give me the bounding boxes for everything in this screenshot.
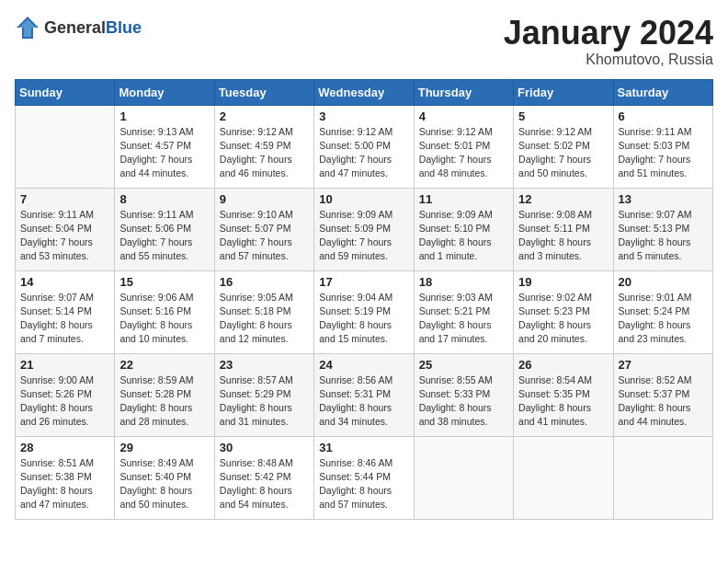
day-info: Sunrise: 9:11 AM Sunset: 5:04 PM Dayligh… (20, 208, 109, 264)
day-number: 17 (319, 275, 408, 289)
day-info: Sunrise: 8:49 AM Sunset: 5:40 PM Dayligh… (119, 456, 209, 512)
day-info: Sunrise: 9:09 AM Sunset: 5:10 PM Dayligh… (419, 208, 508, 264)
calendar-cell: 30Sunrise: 8:48 AM Sunset: 5:42 PM Dayli… (214, 436, 313, 519)
calendar-cell: 21Sunrise: 9:00 AM Sunset: 5:26 PM Dayli… (16, 353, 115, 436)
title-block: January 2024 Khomutovo, Russia (504, 15, 713, 68)
calendar-cell: 27Sunrise: 8:52 AM Sunset: 5:37 PM Dayli… (613, 353, 712, 436)
calendar-cell: 25Sunrise: 8:55 AM Sunset: 5:33 PM Dayli… (414, 353, 513, 436)
day-number: 14 (20, 275, 109, 289)
day-number: 19 (518, 275, 608, 289)
day-info: Sunrise: 8:46 AM Sunset: 5:44 PM Dayligh… (319, 456, 408, 512)
calendar-subtitle: Khomutovo, Russia (504, 52, 713, 68)
calendar-cell: 22Sunrise: 8:59 AM Sunset: 5:28 PM Dayli… (115, 353, 214, 436)
day-number: 10 (319, 192, 408, 206)
calendar-cell: 28Sunrise: 8:51 AM Sunset: 5:38 PM Dayli… (16, 436, 115, 519)
day-info: Sunrise: 9:07 AM Sunset: 5:13 PM Dayligh… (619, 208, 708, 264)
weekday-header-saturday: Saturday (613, 79, 712, 105)
day-info: Sunrise: 9:03 AM Sunset: 5:21 PM Dayligh… (419, 291, 508, 347)
day-number: 2 (220, 109, 309, 123)
calendar-cell (414, 436, 513, 519)
day-number: 22 (119, 358, 209, 372)
calendar-cell: 10Sunrise: 9:09 AM Sunset: 5:09 PM Dayli… (314, 188, 414, 270)
calendar-cell: 17Sunrise: 9:04 AM Sunset: 5:19 PM Dayli… (314, 270, 414, 353)
day-info: Sunrise: 9:01 AM Sunset: 5:24 PM Dayligh… (619, 291, 708, 347)
logo-text-blue: Blue (106, 18, 142, 37)
calendar-cell: 4Sunrise: 9:12 AM Sunset: 5:01 PM Daylig… (414, 105, 513, 188)
day-info: Sunrise: 8:54 AM Sunset: 5:35 PM Dayligh… (518, 373, 608, 430)
calendar-cell: 16Sunrise: 9:05 AM Sunset: 5:18 PM Dayli… (214, 270, 313, 353)
day-number: 25 (419, 358, 508, 372)
day-info: Sunrise: 9:09 AM Sunset: 5:09 PM Dayligh… (319, 208, 408, 264)
weekday-header-sunday: Sunday (16, 79, 115, 105)
day-number: 1 (119, 109, 209, 123)
calendar-cell: 18Sunrise: 9:03 AM Sunset: 5:21 PM Dayli… (414, 270, 513, 353)
logo: GeneralBlue (15, 15, 142, 40)
calendar-cell: 7Sunrise: 9:11 AM Sunset: 5:04 PM Daylig… (16, 188, 115, 270)
day-info: Sunrise: 9:02 AM Sunset: 5:23 PM Dayligh… (518, 291, 608, 347)
calendar-body: 1Sunrise: 9:13 AM Sunset: 4:57 PM Daylig… (16, 105, 713, 519)
weekday-header-thursday: Thursday (414, 79, 513, 105)
calendar-cell: 8Sunrise: 9:11 AM Sunset: 5:06 PM Daylig… (115, 188, 214, 270)
calendar-cell: 12Sunrise: 9:08 AM Sunset: 5:11 PM Dayli… (514, 188, 613, 270)
calendar-cell: 31Sunrise: 8:46 AM Sunset: 5:44 PM Dayli… (314, 436, 414, 519)
day-info: Sunrise: 9:13 AM Sunset: 4:57 PM Dayligh… (119, 125, 209, 181)
day-info: Sunrise: 8:56 AM Sunset: 5:31 PM Dayligh… (319, 373, 408, 430)
day-info: Sunrise: 9:12 AM Sunset: 5:02 PM Dayligh… (518, 125, 608, 181)
day-number: 4 (419, 109, 508, 123)
day-info: Sunrise: 9:00 AM Sunset: 5:26 PM Dayligh… (20, 373, 109, 430)
calendar-cell: 3Sunrise: 9:12 AM Sunset: 5:00 PM Daylig… (314, 105, 414, 188)
day-number: 26 (518, 358, 608, 372)
calendar-header: SundayMondayTuesdayWednesdayThursdayFrid… (16, 79, 713, 105)
day-info: Sunrise: 8:59 AM Sunset: 5:28 PM Dayligh… (119, 373, 209, 430)
day-number: 27 (619, 358, 708, 372)
calendar-cell (613, 436, 712, 519)
day-info: Sunrise: 9:12 AM Sunset: 5:01 PM Dayligh… (419, 125, 508, 181)
calendar-cell: 15Sunrise: 9:06 AM Sunset: 5:16 PM Dayli… (115, 270, 214, 353)
day-number: 5 (518, 109, 608, 123)
calendar-week-row: 28Sunrise: 8:51 AM Sunset: 5:38 PM Dayli… (16, 436, 713, 519)
day-info: Sunrise: 9:11 AM Sunset: 5:03 PM Dayligh… (619, 125, 708, 181)
day-number: 13 (619, 192, 708, 206)
day-number: 6 (619, 109, 708, 123)
calendar-week-row: 21Sunrise: 9:00 AM Sunset: 5:26 PM Dayli… (16, 353, 713, 436)
calendar-cell: 26Sunrise: 8:54 AM Sunset: 5:35 PM Dayli… (514, 353, 613, 436)
calendar-week-row: 1Sunrise: 9:13 AM Sunset: 4:57 PM Daylig… (16, 105, 713, 188)
day-info: Sunrise: 8:51 AM Sunset: 5:38 PM Dayligh… (20, 456, 109, 512)
day-number: 11 (419, 192, 508, 206)
logo-icon (15, 15, 40, 40)
calendar-cell: 20Sunrise: 9:01 AM Sunset: 5:24 PM Dayli… (613, 270, 712, 353)
day-number: 24 (319, 358, 408, 372)
calendar-week-row: 7Sunrise: 9:11 AM Sunset: 5:04 PM Daylig… (16, 188, 713, 270)
weekday-header-tuesday: Tuesday (214, 79, 313, 105)
calendar-cell (16, 105, 115, 188)
day-info: Sunrise: 9:05 AM Sunset: 5:18 PM Dayligh… (220, 291, 309, 347)
day-info: Sunrise: 8:55 AM Sunset: 5:33 PM Dayligh… (419, 373, 508, 430)
day-info: Sunrise: 9:11 AM Sunset: 5:06 PM Dayligh… (119, 208, 209, 264)
day-number: 29 (119, 441, 209, 454)
calendar-cell: 19Sunrise: 9:02 AM Sunset: 5:23 PM Dayli… (514, 270, 613, 353)
calendar-cell: 5Sunrise: 9:12 AM Sunset: 5:02 PM Daylig… (514, 105, 613, 188)
day-info: Sunrise: 9:08 AM Sunset: 5:11 PM Dayligh… (518, 208, 608, 264)
logo-text-general: General (44, 18, 106, 37)
calendar-table: SundayMondayTuesdayWednesdayThursdayFrid… (15, 79, 713, 520)
calendar-week-row: 14Sunrise: 9:07 AM Sunset: 5:14 PM Dayli… (16, 270, 713, 353)
calendar-cell: 29Sunrise: 8:49 AM Sunset: 5:40 PM Dayli… (115, 436, 214, 519)
day-info: Sunrise: 9:12 AM Sunset: 5:00 PM Dayligh… (319, 125, 408, 181)
day-info: Sunrise: 9:07 AM Sunset: 5:14 PM Dayligh… (20, 291, 109, 347)
day-info: Sunrise: 9:10 AM Sunset: 5:07 PM Dayligh… (220, 208, 309, 264)
calendar-cell: 1Sunrise: 9:13 AM Sunset: 4:57 PM Daylig… (115, 105, 214, 188)
day-number: 21 (20, 358, 109, 372)
day-info: Sunrise: 8:48 AM Sunset: 5:42 PM Dayligh… (220, 456, 309, 512)
day-info: Sunrise: 8:57 AM Sunset: 5:29 PM Dayligh… (220, 373, 309, 430)
day-number: 15 (119, 275, 209, 289)
day-number: 31 (319, 441, 408, 454)
day-number: 7 (20, 192, 109, 206)
page-header: GeneralBlue January 2024 Khomutovo, Russ… (15, 15, 713, 68)
calendar-cell: 24Sunrise: 8:56 AM Sunset: 5:31 PM Dayli… (314, 353, 414, 436)
day-number: 28 (20, 441, 109, 454)
calendar-cell: 11Sunrise: 9:09 AM Sunset: 5:10 PM Dayli… (414, 188, 513, 270)
calendar-cell: 14Sunrise: 9:07 AM Sunset: 5:14 PM Dayli… (16, 270, 115, 353)
day-number: 16 (220, 275, 309, 289)
calendar-cell: 9Sunrise: 9:10 AM Sunset: 5:07 PM Daylig… (214, 188, 313, 270)
day-number: 12 (518, 192, 608, 206)
